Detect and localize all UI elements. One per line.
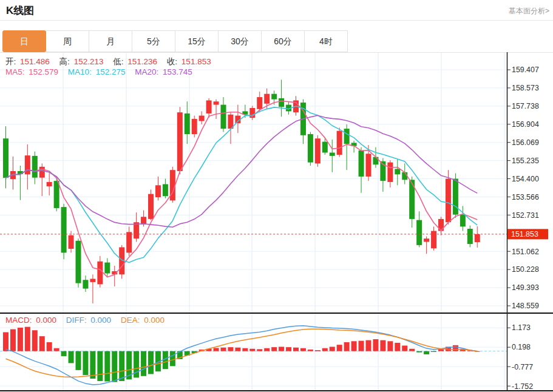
period-tab-8[interactable]: 4时: [304, 30, 348, 52]
svg-text:155.235: 155.235: [512, 157, 539, 165]
macd-value: 0.000: [36, 316, 56, 325]
svg-text:154.400: 154.400: [512, 175, 539, 183]
svg-text:0.198: 0.198: [512, 343, 531, 351]
low-label: 低:: [113, 57, 123, 66]
ma-legend: MA5: 152.579 MA10: 152.275 MA20: 153.745: [5, 67, 194, 76]
kline-widget: K线图 基本面分析> 日周月5分15分30分60分4时 159.407158.5…: [0, 0, 553, 392]
high-value: 152.213: [74, 57, 104, 66]
dea-label: DEA:: [121, 316, 140, 325]
period-tab-2[interactable]: 周: [46, 30, 89, 52]
header-divider: [0, 20, 553, 21]
svg-text:1.173: 1.173: [512, 323, 531, 332]
svg-text:149.393: 149.393: [512, 283, 539, 292]
svg-text:-1.752: -1.752: [512, 382, 533, 391]
low-value: 151.236: [127, 57, 157, 66]
open-value: 151.486: [20, 57, 50, 66]
ma10-label: MA10:: [68, 67, 92, 76]
macd-axis: 1.1730.198-0.777-1.752: [507, 323, 534, 390]
kline-chart-canvas[interactable]: 159.407158.573157.738156.904156.069155.2…: [0, 52, 553, 392]
chart-area: 159.407158.573157.738156.904156.069155.2…: [0, 52, 553, 392]
ma5-label: MA5:: [5, 67, 25, 76]
svg-text:152.731: 152.731: [512, 211, 539, 220]
period-tabbar: 日周月5分15分30分60分4时: [3, 30, 348, 52]
period-tab-7[interactable]: 60分: [261, 30, 305, 52]
close-value: 151.853: [182, 57, 211, 66]
svg-text:156.904: 156.904: [512, 120, 539, 129]
ma20-line: [6, 115, 478, 227]
page-title: K线图: [6, 4, 34, 18]
svg-text:156.069: 156.069: [512, 138, 539, 147]
period-tab-3[interactable]: 月: [89, 30, 132, 52]
ma10-value: 152.275: [96, 67, 126, 76]
macd-histogram: [3, 327, 480, 382]
svg-text:151.062: 151.062: [512, 248, 539, 256]
period-tab-6[interactable]: 30分: [218, 30, 262, 52]
period-tab-4[interactable]: 5分: [132, 30, 175, 52]
svg-text:148.559: 148.559: [512, 302, 539, 310]
ma20-label: MA20:: [135, 67, 158, 76]
diff-value: 0.000: [90, 316, 111, 325]
grid-layer: [0, 53, 553, 391]
svg-text:158.573: 158.573: [512, 84, 539, 92]
svg-text:159.407: 159.407: [512, 66, 539, 74]
ma20-value: 153.745: [163, 67, 192, 76]
dea-value: 0.000: [144, 316, 165, 325]
axis-layer: [0, 52, 553, 391]
ohlc-legend: 开: 151.486 高: 152.213 低: 151.236 收: 151.…: [5, 56, 213, 67]
close-label: 收:: [167, 57, 177, 66]
high-label: 高:: [59, 57, 70, 66]
svg-text:151.853: 151.853: [511, 230, 538, 238]
ma5-value: 152.579: [29, 67, 58, 76]
svg-text:-0.777: -0.777: [512, 363, 533, 371]
current-price-tag: 151.853: [507, 229, 548, 239]
svg-text:157.738: 157.738: [512, 102, 539, 110]
period-tab-1[interactable]: 日: [2, 30, 46, 52]
fundamental-analysis-link[interactable]: 基本面分析>: [509, 6, 549, 16]
macd-label: MACD:: [5, 316, 32, 325]
open-label: 开:: [5, 57, 16, 66]
diff-label: DIFF:: [66, 316, 87, 325]
macd-legend: MACD: 0.000 DIFF: 0.000 DEA: 0.000: [5, 316, 166, 325]
price-axis: 159.407158.573157.738156.904156.069155.2…: [507, 66, 539, 310]
svg-text:150.228: 150.228: [512, 265, 539, 274]
period-tab-5[interactable]: 15分: [175, 30, 219, 52]
ma10-line: [6, 106, 478, 262]
svg-text:153.566: 153.566: [512, 193, 539, 201]
